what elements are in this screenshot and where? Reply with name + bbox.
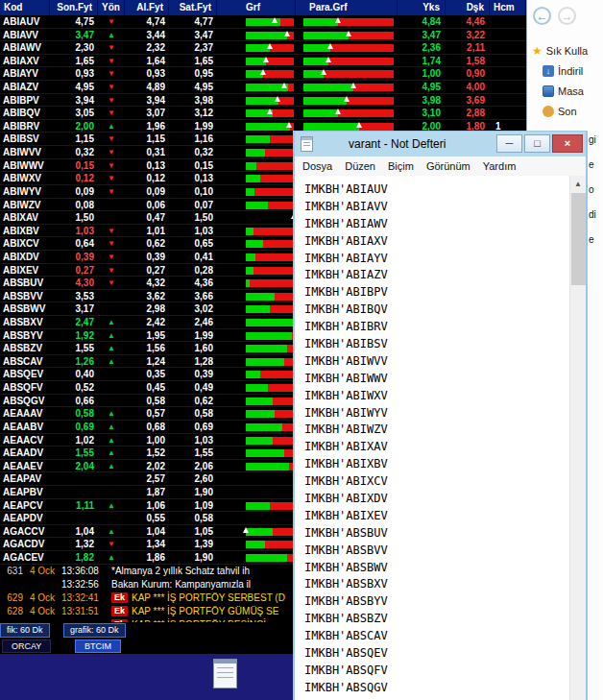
range-bar-red <box>265 541 294 548</box>
range-bar <box>246 528 294 536</box>
notepad-line: IMKBH'ABIAVV <box>304 199 569 216</box>
column-header-satfyt[interactable]: Sat.Fyt <box>169 0 217 15</box>
last-price: 2,00 <box>50 120 98 133</box>
bid-price: 0,12 <box>125 172 169 184</box>
window-button-btcim[interactable]: BTCIM <box>75 640 121 653</box>
column-header-hcm[interactable]: Hcm <box>490 0 526 15</box>
notepad-shortcut-icon[interactable] <box>213 659 237 688</box>
range-bar <box>246 279 294 287</box>
menu-gorunum[interactable]: Görünüm <box>426 160 470 172</box>
clipped-text-fragment: e <box>589 234 594 245</box>
column-header-dsk[interactable]: Dşk <box>446 0 490 15</box>
down-arrow-icon: ▼ <box>98 67 125 80</box>
table-row[interactable]: ABIAYV0,93▼0,930,951,000,90 <box>0 67 526 81</box>
table-row[interactable]: ABIBQV3,05▼3,073,123,102,88 <box>0 107 526 120</box>
sidebar-item-desktop[interactable]: Masa <box>527 81 603 101</box>
news-time: 13:31:51 <box>61 605 111 618</box>
column-header-yon[interactable]: Yön <box>98 0 125 15</box>
range-bar <box>246 398 294 405</box>
sidebar-item-recent[interactable]: Son <box>527 101 603 121</box>
ask-price: 0,32 <box>169 146 217 158</box>
stock-code: ABSCAV <box>0 355 50 368</box>
stock-code: ABSBVV <box>0 290 50 302</box>
notepad-titlebar[interactable]: varant - Not Defteri ─ □ × <box>295 132 586 157</box>
price-range-chart-cell <box>217 67 296 80</box>
vertical-scrollbar[interactable]: ▲ <box>569 176 586 700</box>
up-arrow-icon: ▲ <box>98 329 125 342</box>
minimize-button[interactable]: ─ <box>496 134 522 153</box>
stock-code: AGACCV <box>0 525 50 538</box>
table-row[interactable]: ABIAVV3,47▲3,443,473,473,22 <box>0 29 526 42</box>
price-range-chart-cell <box>217 407 296 420</box>
bar-marker-icon <box>272 17 277 23</box>
column-header-kod[interactable]: Kod <box>0 0 50 15</box>
bar-marker-icon <box>344 96 350 102</box>
notepad-line: IMKBH'ABIAUV <box>304 181 569 199</box>
notepad-line: IMKBH'ABIXEV <box>304 508 569 525</box>
maximize-button[interactable]: □ <box>524 134 550 153</box>
forward-icon[interactable]: → <box>558 7 576 25</box>
stock-code: AEAACV <box>0 434 50 447</box>
stock-code: ABIXCV <box>0 237 50 250</box>
menu-duzen[interactable]: Düzen <box>345 160 375 172</box>
sidebar-item-favorites[interactable]: ★ Sık Kulla <box>527 40 603 60</box>
notepad-icon-line <box>217 667 233 668</box>
table-row[interactable]: ABIAUV4,75▼4,744,774,844,46 <box>0 15 526 29</box>
notepad-text-area[interactable]: IMKBH'ABIAUVIMKBH'ABIAVVIMKBH'ABIAWVIMKB… <box>295 176 569 700</box>
chart-tab-60dk-left[interactable]: fik: 60 Dk <box>0 623 50 638</box>
column-header-paragrf[interactable]: Para.Grf <box>296 0 398 15</box>
last-price: 1,32 <box>50 538 98 550</box>
bid-price: 4,74 <box>125 15 169 28</box>
range-bar-red <box>266 58 294 65</box>
window-button-orcay[interactable]: ORCAY <box>2 640 51 653</box>
volume <box>490 15 526 28</box>
range-bar-red <box>273 109 295 117</box>
notepad-line: IMKBH'ABSQGV <box>304 680 569 697</box>
scroll-up-icon[interactable]: ▲ <box>570 176 586 192</box>
up-arrow-icon: ▲ <box>98 342 125 354</box>
last-price: 1,65 <box>50 55 98 67</box>
up-arrow-icon: ▲ <box>98 551 125 564</box>
chart-tab-60dk-right[interactable]: grafik: 60 Dk <box>63 623 126 638</box>
volume <box>490 41 526 54</box>
ask-price: 0,65 <box>169 237 217 250</box>
table-row[interactable]: ABIAZV4,95▼4,894,954,954,00 <box>0 81 526 94</box>
last-price: 0,15 <box>50 159 98 172</box>
range-bar <box>246 70 294 78</box>
volume <box>490 107 526 119</box>
range-bar <box>303 70 394 78</box>
down-arrow-icon: ▼ <box>98 237 125 250</box>
range-bar <box>246 162 294 170</box>
menu-dosya[interactable]: Dosya <box>302 160 332 172</box>
range-bar <box>303 109 394 117</box>
table-row[interactable]: ABIAWV2,30▼2,322,372,362,11 <box>0 41 526 55</box>
table-row[interactable]: ABIBPV3,94▼3,943,983,983,69 <box>0 94 526 108</box>
table-row[interactable]: ABIAXV1,65▼1,641,651,741,58 <box>0 55 526 68</box>
column-header-yks[interactable]: Yks <box>398 0 446 15</box>
range-bar-green <box>303 123 359 131</box>
ask-price: 1,65 <box>169 55 217 67</box>
menu-bicim[interactable]: Biçim <box>388 160 414 172</box>
ask-price: 3,12 <box>169 107 217 119</box>
stock-code: ABIAVV <box>0 29 50 41</box>
money-flow-chart-cell <box>296 15 398 28</box>
ask-price: 0,95 <box>169 67 217 80</box>
sidebar-item-downloads[interactable]: ↓ İndiril <box>527 60 603 81</box>
stock-code: AEAPDV <box>0 512 50 524</box>
column-header-alfyt[interactable]: Al.Fyt <box>125 0 169 15</box>
high-price: 1,74 <box>398 55 446 67</box>
stock-code: ABIBSV <box>0 133 50 145</box>
scrollbar-thumb[interactable] <box>571 193 586 285</box>
close-button[interactable]: × <box>552 134 583 153</box>
up-arrow-icon: ▲ <box>98 355 125 368</box>
range-bar-green <box>246 175 260 182</box>
back-icon[interactable]: ← <box>533 7 551 25</box>
menu-yardim[interactable]: Yardım <box>483 160 517 172</box>
range-bar <box>303 123 394 131</box>
ask-price: 4,77 <box>169 15 217 28</box>
ask-price: 0,41 <box>169 251 217 263</box>
range-bar-green <box>246 253 255 261</box>
column-header-grf[interactable]: Grf <box>217 0 296 15</box>
notepad-line: IMKBH'ABSBYV <box>304 593 569 611</box>
column-header-sonfyt[interactable]: Son.Fyt <box>50 0 98 15</box>
